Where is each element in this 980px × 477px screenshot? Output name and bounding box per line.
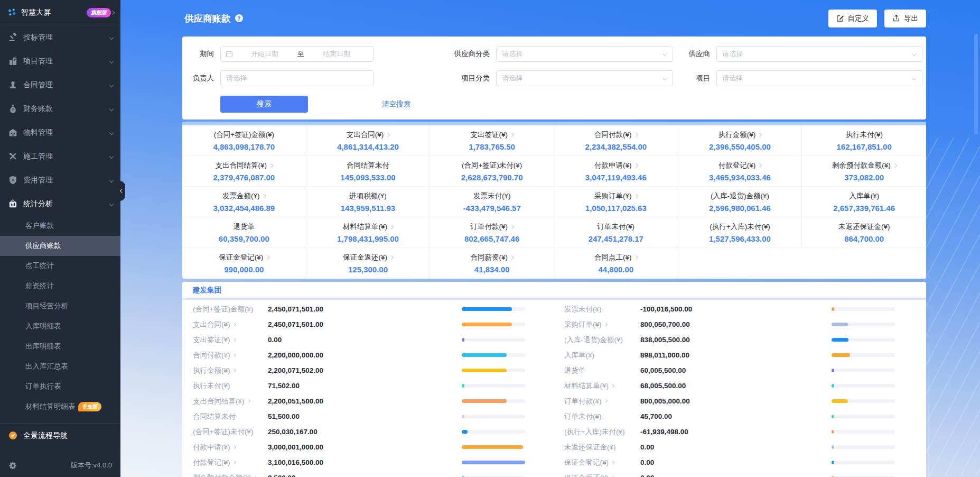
metric-label[interactable]: 保证金登记(¥) bbox=[564, 458, 640, 467]
sidebar-submenu-item[interactable]: 客户账款 bbox=[0, 216, 120, 236]
project-select[interactable]: 请选择 bbox=[716, 70, 922, 86]
metric-row: 执行金额(¥) 2,200,071,502.00 bbox=[193, 363, 531, 378]
summary-card[interactable]: 付款申请(¥) 3,047,119,493.46 bbox=[554, 156, 678, 187]
summary-card[interactable]: 支出合同(¥) 4,861,314,413.20 bbox=[306, 125, 431, 156]
supplier-category-label: 供应商分类 bbox=[426, 49, 490, 59]
metric-value: 51,500.00 bbox=[268, 412, 462, 420]
sidebar-menu-item[interactable]: 投标管理 bbox=[0, 25, 120, 49]
sidebar-submenu-item[interactable]: 点工统计 bbox=[0, 256, 120, 276]
sidebar-menu-item[interactable]: ¥ 费用管理 bbox=[0, 168, 120, 192]
summary-card[interactable]: 合同薪资(¥) 41,834.00 bbox=[430, 248, 554, 279]
summary-card[interactable]: 剩余预付款金额(¥) 373,082.00 bbox=[802, 156, 926, 187]
summary-card[interactable]: 保证金返还(¥) 125,300.00 bbox=[306, 248, 431, 279]
card-value: 125,300.00 bbox=[348, 265, 388, 274]
metric-label[interactable]: 支出合同结算(¥) bbox=[193, 397, 268, 406]
metric-label[interactable]: 支出合同(¥) bbox=[193, 320, 268, 329]
sidebar-menu-item[interactable]: 合同管理 bbox=[0, 73, 120, 97]
summary-card[interactable]: 支出合同结算(¥) 2,379,476,087.00 bbox=[182, 156, 306, 187]
summary-card[interactable]: 合同付款(¥) 2,234,382,554.00 bbox=[554, 125, 678, 156]
sidebar-item-process-navigation[interactable]: 全景流程导航 bbox=[0, 423, 120, 447]
summary-card[interactable]: 支出签证(¥) 1,783,765.50 bbox=[430, 125, 554, 156]
card-value: 143,959,511.93 bbox=[341, 204, 395, 213]
summary-card: 进项税额(¥) 143,959,511.93 bbox=[306, 187, 431, 217]
supplier-select[interactable]: 请选择 bbox=[716, 46, 922, 62]
metric-label[interactable]: 合同付款(¥) bbox=[193, 351, 268, 360]
date-range-picker[interactable]: 开始日期 至 结束日期 bbox=[220, 46, 374, 62]
svg-text:¥: ¥ bbox=[12, 108, 14, 112]
metric-label[interactable]: 执行金额(¥) bbox=[193, 366, 268, 375]
metric-label[interactable]: 剩余预付款金额(¥) bbox=[193, 473, 268, 477]
metric-label[interactable]: 材料结算单(¥) bbox=[564, 381, 640, 391]
chevron-right-icon bbox=[389, 224, 394, 228]
metric-label[interactable]: 付款登记(¥) bbox=[193, 458, 268, 467]
metric-row: 保证金登记(¥) 0.00 bbox=[564, 455, 902, 470]
card-value: -433,479,546.57 bbox=[463, 204, 521, 213]
project-category-select[interactable]: 请选择 bbox=[496, 70, 673, 86]
metric-row: 入库单(¥) 898,011,000.00 bbox=[564, 347, 902, 363]
scrollbar-thumb[interactable] bbox=[974, 34, 978, 134]
progress-bar bbox=[462, 430, 525, 434]
metric-label[interactable]: 采购订单(¥) bbox=[564, 320, 640, 329]
summary-card[interactable]: 订单付款(¥) 802,665,747.46 bbox=[430, 217, 554, 248]
search-button[interactable]: 搜索 bbox=[220, 96, 308, 113]
chevron-right-icon bbox=[386, 132, 390, 136]
sidebar-submenu-item[interactable]: 薪资统计 bbox=[0, 276, 120, 296]
sidebar-submenu-item[interactable]: 出入库汇总表 bbox=[0, 356, 120, 377]
chevron-right-icon bbox=[389, 255, 394, 260]
metric-row: 未返还保证金(¥) 0.00 bbox=[564, 439, 902, 455]
summary-card[interactable]: 采购订单(¥) 1,050,117,025.63 bbox=[554, 187, 678, 217]
sidebar-menu-item[interactable]: 物料管理 bbox=[0, 121, 120, 144]
group-title[interactable]: 建发集团 bbox=[182, 284, 926, 300]
customize-button[interactable]: 自定义 bbox=[828, 10, 878, 27]
sidebar-collapse-handle[interactable] bbox=[117, 181, 125, 201]
summary-card[interactable]: 发票金额(¥) 3,032,454,486.89 bbox=[182, 187, 306, 217]
chevron-right-icon bbox=[232, 338, 236, 342]
metric-value: 2,450,071,501.00 bbox=[268, 305, 462, 313]
progress-bar bbox=[462, 461, 525, 464]
sidebar-submenu-item[interactable]: 材料结算明细表 专业版 bbox=[0, 397, 120, 417]
sidebar-submenu-item[interactable]: 供应商账款 bbox=[0, 236, 120, 256]
owner-input[interactable]: 请选择 bbox=[220, 70, 374, 86]
summary-card[interactable]: 材料结算单(¥) 1,798,431,995.00 bbox=[306, 217, 431, 248]
metric-label[interactable]: 订单付款(¥) bbox=[564, 397, 640, 406]
progress-bar bbox=[832, 323, 895, 326]
summary-card[interactable]: 保证金登记(¥) 990,000.00 bbox=[182, 248, 306, 279]
end-date-placeholder[interactable]: 结束日期 bbox=[305, 49, 369, 59]
card-value: 2,628,673,790.70 bbox=[461, 173, 523, 182]
sidebar-menu-item[interactable]: ¥ 财务账款 bbox=[0, 97, 120, 121]
clear-search-link[interactable]: 清空搜索 bbox=[382, 99, 410, 109]
sidebar-item-smart-screen[interactable]: 智慧大屏 旗舰版 bbox=[0, 0, 120, 25]
metric-label[interactable]: 保证金返还(¥) bbox=[564, 473, 640, 477]
metric-row: (合同+签证)金额(¥) 2,450,071,501.00 bbox=[193, 301, 531, 317]
chevron-right-icon bbox=[633, 163, 638, 167]
metric-value: 2,200,000,000.00 bbox=[268, 351, 462, 359]
sidebar-submenu-item[interactable]: 出库明细表 bbox=[0, 336, 120, 356]
export-button[interactable]: 导出 bbox=[884, 10, 926, 27]
sidebar-submenu-item[interactable]: 项目经营分析 bbox=[0, 296, 120, 316]
summary-card[interactable]: 付款登记(¥) 3,465,934,033.46 bbox=[678, 156, 802, 187]
supplier-category-select[interactable]: 请选择 bbox=[496, 46, 673, 62]
summary-card[interactable]: 执行金额(¥) 2,396,550,405.00 bbox=[678, 125, 802, 156]
sidebar-submenu-item[interactable]: 入库明细表 bbox=[0, 316, 120, 336]
metric-label[interactable]: 支出签证(¥) bbox=[193, 335, 268, 345]
metric-value: 838,005,500.00 bbox=[640, 336, 832, 344]
sidebar-submenu-item[interactable]: 订单执行表 bbox=[0, 377, 120, 397]
chevron-right-icon bbox=[633, 255, 638, 260]
flagship-badge: 旗舰版 bbox=[87, 8, 111, 17]
summary-card[interactable]: 合同点工(¥) 44,800.00 bbox=[554, 248, 678, 279]
sidebar-menu-item[interactable]: 项目管理 bbox=[0, 49, 120, 73]
chevron-right-icon bbox=[510, 224, 514, 228]
sidebar-menu-item[interactable]: 施工管理 bbox=[0, 144, 120, 168]
help-icon[interactable]: ? bbox=[235, 14, 243, 22]
metric-value: 45,700.00 bbox=[640, 412, 832, 420]
sidebar-item-statistics[interactable]: 统计分析 bbox=[0, 192, 120, 216]
metric-value: 71,502.00 bbox=[268, 382, 462, 390]
metric-label[interactable]: 付款申请(¥) bbox=[193, 443, 268, 452]
progress-bar bbox=[832, 461, 895, 464]
cards-top-band bbox=[182, 122, 926, 125]
summary-card: (执行+入库)未付(¥) 1,527,596,433.00 bbox=[678, 217, 802, 248]
chevron-down-icon bbox=[109, 178, 114, 182]
start-date-placeholder[interactable]: 开始日期 bbox=[233, 49, 296, 59]
gear-icon[interactable] bbox=[8, 461, 17, 470]
chevron-down-icon bbox=[109, 82, 114, 87]
